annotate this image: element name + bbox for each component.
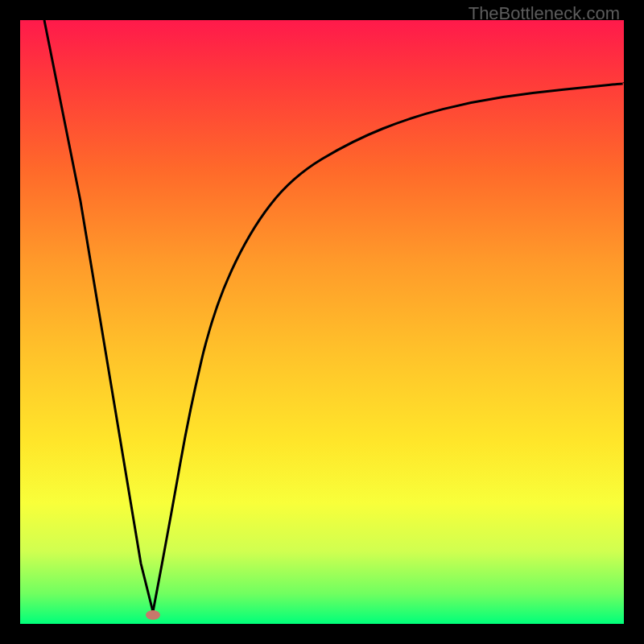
chart-marker-point (146, 610, 160, 620)
chart-plot-area (20, 20, 624, 624)
chart-curve (20, 20, 624, 624)
watermark-text: TheBottleneck.com (469, 3, 620, 24)
